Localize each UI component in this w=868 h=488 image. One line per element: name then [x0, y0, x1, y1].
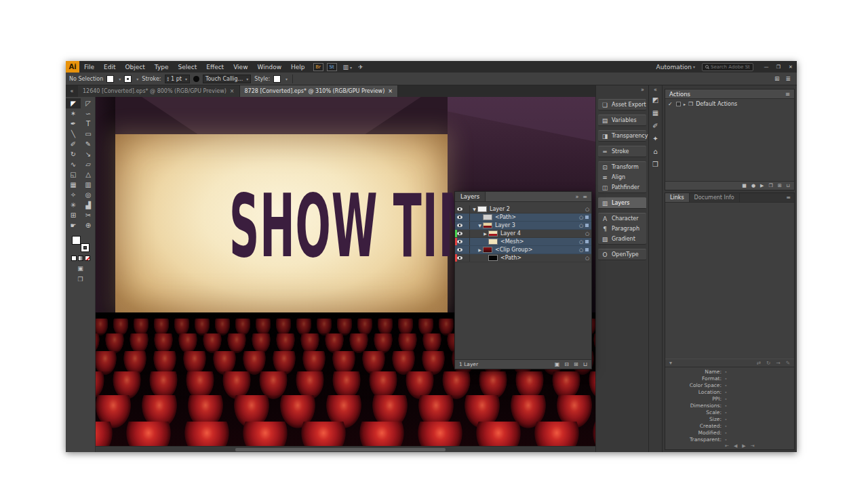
bridge-icon[interactable]: Br [313, 63, 323, 71]
layer-name[interactable]: <Mesh> [500, 239, 577, 245]
horizontal-scrollbar[interactable] [96, 446, 595, 452]
layer-row[interactable]: <Path> ○ [455, 214, 591, 222]
magic-wand-tool[interactable]: ✶ [66, 108, 81, 119]
layer-name[interactable]: Layer 2 [490, 206, 583, 212]
chevron-down-icon[interactable] [285, 77, 288, 81]
layer-name[interactable]: <Path> [500, 255, 583, 261]
layer-name[interactable]: Layer 4 [500, 230, 583, 237]
chevron-down-icon[interactable] [119, 77, 121, 81]
panel-button-layers[interactable]: ▥Layers [598, 198, 646, 208]
perspective-grid-tool[interactable]: △ [81, 169, 96, 180]
rotate-tool[interactable]: ↻ [66, 149, 81, 159]
arrange-documents-icon[interactable]: ▥ [343, 64, 353, 70]
panel-button-transform[interactable]: ⊡Transform [598, 162, 646, 172]
gradient-button[interactable] [78, 256, 83, 261]
layer-row[interactable]: ▶ Layer 4 ○ [455, 230, 591, 238]
lock-cell[interactable] [464, 238, 470, 245]
panel-button-variables[interactable]: ▤Variables [598, 115, 646, 125]
menu-help[interactable]: Help [286, 61, 310, 73]
document-setup-icon[interactable]: ⊞ [774, 75, 780, 82]
new-layer-icon[interactable]: ⊞ [574, 361, 578, 367]
last-link-icon[interactable]: ⇥ [751, 443, 755, 449]
lock-cell[interactable] [464, 205, 470, 213]
target-icon[interactable]: ○ [577, 247, 585, 253]
style-swatch[interactable] [273, 75, 281, 83]
visibility-eye-icon[interactable] [457, 224, 462, 227]
panel-button-transparency[interactable]: ◨Transparency [598, 131, 646, 141]
panel-collapse-icon[interactable]: » [575, 194, 578, 200]
new-action-icon[interactable]: ⊞ [778, 183, 782, 188]
layer-thumbnail[interactable] [483, 214, 492, 220]
stroke-swatch[interactable] [124, 75, 132, 83]
stroke-color-well[interactable] [81, 243, 90, 252]
layers-tab[interactable]: Layers [455, 192, 486, 201]
show-link-info-icon[interactable]: ▾ [669, 360, 672, 366]
width-tool[interactable]: ∿ [66, 159, 81, 169]
panel-button-character[interactable]: ACharacter [598, 214, 646, 224]
action-set-row[interactable]: ✓ ▸ ❒ Default Actions [665, 99, 794, 108]
document-tab-1[interactable]: 12640 [Converted].eps* @ 800% (RGB/GPU P… [78, 85, 240, 97]
fill-color-well[interactable] [72, 236, 81, 245]
share-icon[interactable]: ✈ [358, 64, 363, 70]
preferences-icon[interactable]: ≣ [785, 75, 791, 82]
layer-row[interactable]: <Path> ○ [455, 254, 591, 262]
screen-mode-icon[interactable]: ❐ [66, 276, 95, 283]
visibility-cell[interactable] [455, 216, 464, 219]
panel-button-pathfinder[interactable]: ◫Pathfinder [598, 182, 646, 192]
new-set-icon[interactable]: ❒ [768, 183, 772, 188]
rectangle-tool[interactable]: ▭ [81, 129, 96, 139]
document-tab-2[interactable]: 8728 [Converted].eps* @ 310% (RGB/GPU Pr… [240, 85, 398, 97]
menu-edit[interactable]: Edit [99, 61, 120, 73]
lasso-tool[interactable]: ∽ [81, 108, 96, 119]
play-icon[interactable]: ▶ [760, 183, 764, 188]
visibility-cell[interactable] [455, 207, 464, 211]
artboard-tool[interactable]: ⊞ [66, 210, 81, 220]
pen-tool[interactable]: ✒ [66, 119, 81, 129]
target-icon[interactable]: ○ [583, 231, 591, 237]
target-icon[interactable]: ○ [583, 256, 591, 261]
layer-row[interactable]: ▶ <Clip Group> ○ [455, 246, 591, 254]
toolbar-collapse-icon[interactable]: « [66, 85, 78, 97]
menu-window[interactable]: Window [253, 61, 287, 73]
layer-thumbnail[interactable] [483, 222, 492, 228]
visibility-eye-icon[interactable] [457, 216, 462, 219]
brush-preview-icon[interactable] [193, 76, 199, 82]
panel-menu-icon[interactable]: ≡ [583, 194, 587, 200]
target-icon[interactable]: ○ [577, 215, 585, 220]
layer-thumbnail[interactable] [488, 255, 498, 261]
delete-action-icon[interactable]: ⊔ [787, 183, 790, 188]
visibility-cell[interactable] [455, 248, 464, 251]
disclosure-icon[interactable]: ▶ [482, 231, 488, 236]
close-button[interactable]: ✕ [785, 61, 797, 73]
direct-selection-tool[interactable]: ◸ [81, 98, 96, 108]
target-icon[interactable]: ○ [577, 223, 585, 228]
line-segment-tool[interactable]: ╲ [66, 129, 81, 139]
menu-view[interactable]: View [229, 61, 252, 73]
tab-links[interactable]: Links [665, 193, 690, 202]
layer-thumbnail[interactable] [483, 247, 492, 253]
visibility-eye-icon[interactable] [457, 256, 462, 260]
lock-cell[interactable] [464, 214, 470, 221]
symbols-panel-icon[interactable]: ✦ [649, 132, 662, 145]
delete-layer-icon[interactable]: ⊔ [583, 361, 587, 367]
first-link-icon[interactable]: ⇤ [725, 443, 729, 449]
paintbrush-tool[interactable]: ✐ [66, 139, 81, 149]
color-button[interactable] [71, 256, 77, 261]
swatches-panel-icon[interactable]: ▦ [649, 106, 662, 119]
layer-row[interactable]: ▼ Layer 3 ○ [455, 222, 591, 230]
panel-button-asset-export[interactable]: ❏Asset Export [598, 100, 646, 110]
layer-name[interactable]: <Path> [495, 214, 577, 220]
panel-menu-icon[interactable]: ≡ [786, 193, 794, 202]
dialog-toggle-box[interactable] [676, 102, 681, 106]
edit-original-icon[interactable]: ✎ [786, 360, 790, 366]
next-link-icon[interactable]: ▶ [742, 443, 745, 449]
layer-name[interactable]: Layer 3 [495, 222, 577, 228]
disclosure-icon[interactable]: ▶ [477, 247, 483, 252]
none-button[interactable] [85, 256, 90, 261]
gradient-tool[interactable]: ▥ [81, 180, 96, 190]
update-link-icon[interactable]: ↻ [766, 360, 770, 366]
menu-object[interactable]: Object [121, 61, 150, 73]
previous-link-icon[interactable]: ◀ [734, 443, 737, 449]
actions-panel-header[interactable]: Actions ≡ [665, 89, 794, 99]
brushes-panel-icon[interactable]: ✐ [649, 119, 662, 132]
